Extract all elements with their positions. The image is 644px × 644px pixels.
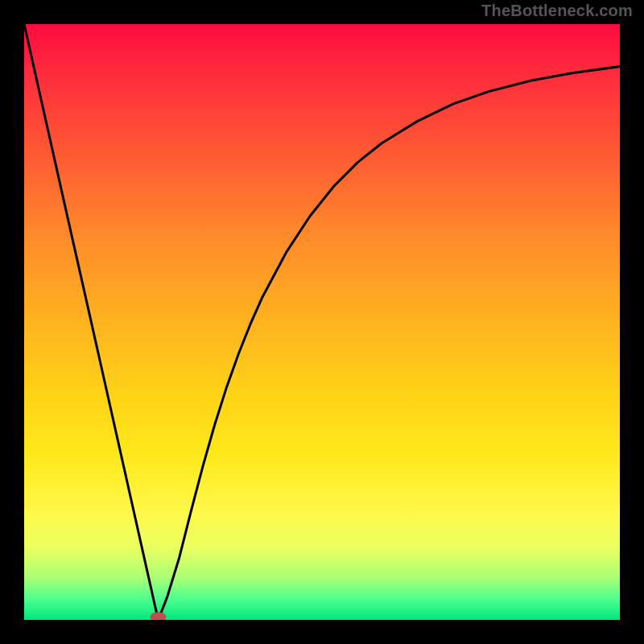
minimum-marker-icon: [151, 612, 167, 620]
bottleneck-curve: [24, 24, 620, 620]
curve-svg: [24, 24, 620, 620]
chart-frame: TheBottleneck.com: [0, 0, 644, 644]
plot-area: [24, 24, 620, 620]
watermark: TheBottleneck.com: [481, 2, 633, 20]
